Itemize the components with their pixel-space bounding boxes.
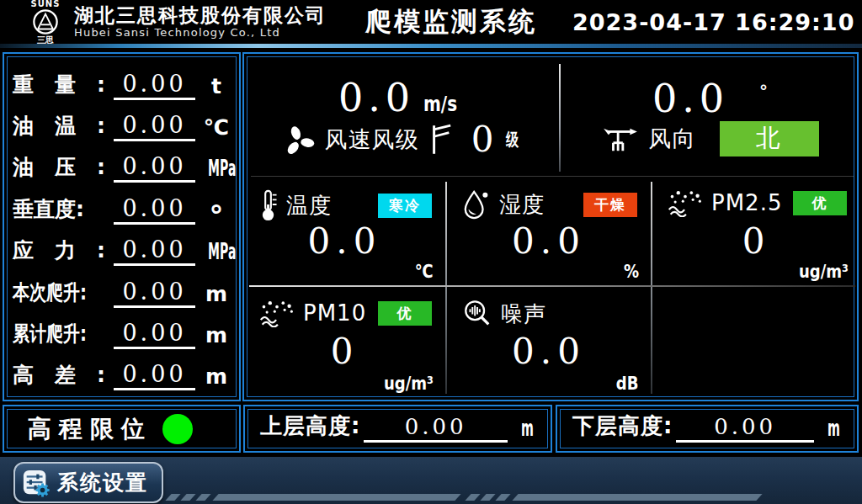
wind-level-unit: 级 [506, 128, 519, 151]
fan-icon [283, 124, 315, 156]
measurement-value: 0.00 [114, 195, 195, 225]
measurement-unit: m [200, 323, 232, 349]
upper-height-unit: m [521, 416, 534, 443]
measurement-row-oil-temp: 油 温 : 0.00 ℃ [13, 104, 232, 141]
thermometer-icon [259, 188, 278, 222]
company-name-cn: 湖北三思科技股份有限公司 [74, 5, 327, 25]
logo-suns-text: SUNS [31, 0, 61, 8]
company-name-block: 湖北三思科技股份有限公司 Hubei Sansi Technology Co.,… [74, 5, 327, 39]
sensor-value: 0.0 [447, 220, 651, 262]
droplet-icon [462, 188, 491, 220]
sensor-value: 0 [244, 331, 445, 372]
sensor-cell-pm10: PM10 优 0 ug/m³ [244, 287, 445, 397]
wind-speed-section: 0.0 m/s 风速风级 [244, 54, 560, 176]
sensor-header: PM10 优 [244, 287, 445, 327]
sensor-cell-noise: 噪声 0.0 dB [447, 287, 651, 397]
wind-section-divider [559, 64, 561, 172]
taskbar-decor-stripe [180, 494, 195, 501]
lower-height-box: 下层高度: 0.00 m [556, 405, 859, 453]
system-settings-button[interactable]: 系统设置 [13, 462, 163, 503]
measurement-label: 应 力 : [13, 236, 112, 266]
wind-speed-readout: 0.0 m/s [338, 78, 466, 117]
measurement-unit: m [200, 364, 232, 390]
status-badge: 干燥 [583, 193, 637, 217]
wind-direction-sub-row: 风向 北 [602, 121, 819, 157]
sensor-name: 温度 [286, 191, 332, 220]
measurement-unit: m [200, 282, 232, 308]
upper-height-label: 上层高度: [260, 411, 360, 443]
sensor-unit: ℃ [415, 261, 434, 282]
measurement-label: 本次爬升: [13, 279, 92, 308]
measurement-unit: t [200, 74, 232, 100]
taskbar: 系统设置 [0, 457, 862, 504]
measurement-label: 油 温 : [13, 112, 112, 141]
wind-direction-readout: 0.0 ° [652, 79, 768, 118]
lower-height-value: 0.00 [676, 414, 814, 443]
sensor-name: PM2.5 [711, 190, 782, 215]
company-name-en: Hubei Sansi Technology Co., Ltd [74, 27, 327, 39]
measurement-unit: ℃ [200, 115, 232, 141]
elevation-limit-label: 高程限位 [28, 413, 152, 445]
measurement-row-stress: 应 力 : 0.00 MPa [13, 229, 232, 266]
measurement-label: 重 量 : [13, 71, 112, 100]
measurement-value: 0.00 [114, 236, 195, 266]
wind-direction-value: 0.0 [652, 79, 729, 118]
sansi-logo-icon [32, 8, 59, 35]
measurement-label: 垂直度: [13, 195, 112, 225]
sensor-unit: ug/m³ [384, 373, 434, 394]
sensor-name: 噪声 [501, 300, 546, 329]
upper-height-box: 上层高度: 0.00 m [243, 405, 552, 453]
measurement-row-verticality: 垂直度: 0.00 ° [13, 188, 232, 225]
elevation-limit-box: 高程限位 [3, 405, 241, 453]
settings-sliders-gear-icon [22, 469, 51, 497]
sensor-value: 0 [652, 220, 860, 262]
header: SUNS 三思 湖北三思科技股份有限公司 Hubei Sansi Technol… [0, 0, 862, 44]
upper-height-value: 0.00 [364, 414, 508, 443]
taskbar-decor-stripe [480, 494, 495, 501]
taskbar-decor-stripe [495, 494, 510, 501]
climbing-formwork-monitor-screen: SUNS 三思 湖北三思科技股份有限公司 Hubei Sansi Technol… [0, 0, 862, 504]
particles-icon [668, 188, 703, 217]
wind-direction-unit: ° [759, 81, 768, 101]
page-title: 爬模监测系统 [365, 4, 537, 40]
measurement-value: 0.00 [114, 361, 195, 390]
sensor-name: PM10 [303, 300, 366, 326]
status-badge: 优 [378, 301, 432, 326]
sensor-header: 温度 寒冷 [244, 177, 445, 222]
measurement-value: 0.00 [114, 153, 195, 183]
wind-vane-icon [602, 124, 639, 154]
measurement-unit: MPa [208, 155, 225, 183]
company-logo: SUNS 三思 [22, 0, 69, 45]
measurement-value: 0.00 [114, 279, 195, 308]
taskbar-decor-stripe [512, 494, 762, 501]
taskbar-decor-stripe [465, 494, 480, 501]
wind-compass-display: 北 [720, 121, 819, 157]
wind-level-value: 0 [471, 122, 494, 157]
environment-panel: 0.0 m/s 风速风级 [242, 52, 859, 401]
measurement-row-current-climb: 本次爬升: 0.00 m [13, 271, 232, 308]
measurement-value: 0.00 [114, 320, 195, 349]
lower-height-unit: m [827, 416, 840, 443]
sensor-unit: dB [616, 373, 639, 394]
measurement-value: 0.00 [114, 112, 195, 141]
wind-speed-label: 风速风级 [325, 125, 419, 155]
wind-flag-icon [429, 123, 453, 157]
header-accent-line [0, 44, 862, 48]
taskbar-decor-stripe [165, 494, 180, 501]
sensor-header: 噪声 [447, 287, 651, 329]
measurement-row-oil-pressure: 油 压 : 0.00 MPa [13, 146, 232, 183]
sensor-header: PM2.5 优 [652, 177, 860, 217]
measurement-row-total-climb: 累计爬升: 0.00 m [13, 312, 232, 349]
measurement-row-height-diff: 高 差 : 0.00 m [13, 353, 232, 390]
wind-direction-section: 0.0 ° 风向 北 [561, 54, 859, 176]
sensor-name: 湿度 [499, 190, 545, 220]
measurement-label: 累计爬升: [13, 320, 92, 349]
datetime-display: 2023-04-17 16:29:10 [572, 9, 854, 35]
sensor-value: 0.0 [244, 220, 445, 262]
status-badge: 优 [793, 191, 847, 215]
taskbar-decor-stripe [212, 494, 460, 501]
sensor-unit: % [624, 261, 639, 282]
particles-icon [259, 299, 295, 327]
sensor-cell-temperature: 温度 寒冷 0.0 ℃ [244, 177, 445, 285]
logo-sansi-text: 三思 [37, 36, 54, 45]
